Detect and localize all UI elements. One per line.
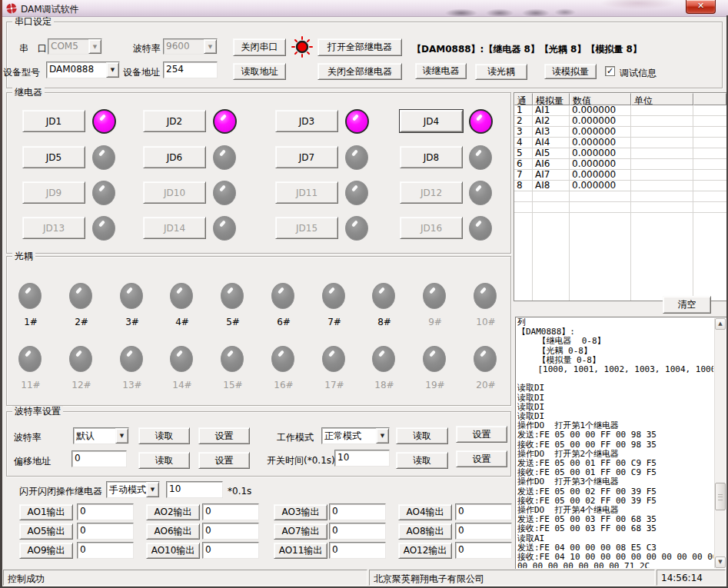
baud-setting-select[interactable]: 默认 ▼: [73, 427, 129, 444]
ao-button-ao7[interactable]: AO7输出: [274, 523, 327, 540]
table-row[interactable]: 7AI70.000000: [514, 170, 726, 181]
relay-button-jd3[interactable]: JD3: [275, 110, 338, 132]
baud-set-button[interactable]: 设置: [198, 427, 250, 444]
relay-button-jd5[interactable]: JD5: [22, 146, 85, 168]
offset-set-button[interactable]: 设置: [198, 452, 250, 469]
title-bar[interactable]: DAM调试软件 ✕: [0, 0, 728, 17]
table-cell: [631, 127, 693, 137]
opto-label-2: 2#: [71, 317, 91, 327]
table-row[interactable]: 4AI40.000000: [514, 138, 726, 148]
open-all-relays-button[interactable]: 打开全部继电器: [317, 38, 402, 56]
offset-addr-input[interactable]: 0: [71, 450, 127, 467]
relay-button-jd13: JD13: [22, 217, 85, 239]
relay-led-jd2: [213, 109, 237, 134]
relay-button-jd4[interactable]: JD4: [400, 110, 463, 132]
opto-label-13: 13#: [122, 380, 142, 390]
debug-info-checkbox[interactable]: ✓: [605, 66, 615, 76]
ao-button-ao1[interactable]: AO1输出: [19, 504, 73, 520]
ao-button-ao10[interactable]: AO10输出: [146, 543, 200, 559]
table-gridline: [630, 105, 631, 301]
table-row[interactable]: 1AI10.000000: [514, 105, 726, 116]
switchtime-set-button[interactable]: 设置: [456, 450, 507, 467]
ao-input-ao4[interactable]: 0: [455, 503, 512, 520]
table-row[interactable]: 5AI50.000000: [514, 148, 726, 159]
ao-button-ao5[interactable]: AO5输出: [19, 523, 73, 540]
offset-read-button[interactable]: 读取: [138, 452, 190, 469]
ao-button-ao11[interactable]: AO11输出: [274, 543, 327, 559]
relay-button-jd2[interactable]: JD2: [143, 110, 206, 132]
table-cell: AI2: [533, 116, 570, 126]
table-row[interactable]: 8AI80.000000: [514, 181, 726, 191]
ao-button-ao6[interactable]: AO6输出: [146, 523, 200, 540]
opto-label-20: 20#: [476, 380, 496, 390]
opto-led-18: [372, 346, 395, 372]
ao-button-ao12[interactable]: AO12输出: [398, 543, 452, 559]
ao-button-ao2[interactable]: AO2输出: [146, 504, 200, 520]
model-select[interactable]: DAM0888 ▼: [46, 61, 120, 78]
ao-input-ao10[interactable]: 0: [202, 542, 259, 559]
switchtime-label: 开关时间(*0.1s): [267, 454, 335, 467]
read-analog-button[interactable]: 读模拟量: [544, 64, 597, 79]
ao-button-ao3[interactable]: AO3输出: [274, 504, 327, 520]
dropdown-arrow-icon: ▼: [204, 39, 217, 54]
read-addr-button[interactable]: 读取地址: [233, 63, 286, 80]
close-serial-button[interactable]: 关闭串口: [233, 38, 286, 56]
company-name: 北京聚英翱翔电子有限公司: [369, 570, 655, 586]
opto-led-19: [423, 346, 446, 372]
workmode-read-button[interactable]: 读取: [396, 427, 448, 444]
table-cell: 0.000000: [570, 116, 631, 126]
ao-input-ao2[interactable]: 0: [202, 503, 259, 520]
ao-input-ao7[interactable]: 0: [329, 523, 386, 540]
dropdown-arrow-icon: ▼: [376, 428, 389, 443]
ao-button-ao4[interactable]: AO4输出: [398, 504, 452, 520]
relay-button-jd14: JD14: [143, 217, 206, 239]
ao-input-ao1[interactable]: 0: [77, 503, 134, 520]
debug-info-label: 调试信息: [620, 67, 657, 80]
flash-relay-label: 闪开闪闭操作继电器: [19, 485, 102, 498]
opto-led-17: [322, 346, 345, 372]
table-row[interactable]: 6AI60.000000: [514, 159, 726, 170]
relay-button-jd6[interactable]: JD6: [143, 146, 206, 168]
device-addr-input[interactable]: 254: [163, 61, 218, 78]
ao-button-ao9[interactable]: AO9输出: [19, 543, 73, 559]
baud-read-button[interactable]: 读取: [138, 427, 190, 444]
ao-input-ao8[interactable]: 0: [455, 523, 512, 540]
close-all-relays-button[interactable]: 关闭全部继电器: [317, 63, 402, 80]
flash-time-input[interactable]: 10: [166, 481, 223, 498]
clear-log-button[interactable]: 清空: [663, 296, 711, 314]
scroll-down-icon[interactable]: ▼: [715, 556, 726, 568]
switchtime-read-button[interactable]: 读取: [396, 452, 448, 469]
table-cell: AI6: [533, 159, 570, 169]
ao-input-ao3[interactable]: 0: [329, 503, 386, 520]
table-cell: AI3: [533, 127, 570, 137]
workmode-select[interactable]: 正常模式 ▼: [321, 427, 390, 444]
close-button[interactable]: ✕: [686, 0, 716, 14]
read-opto-button[interactable]: 读光耦: [475, 64, 527, 80]
status-bar: 控制成功 北京聚英翱翔电子有限公司 14:56:14: [2, 569, 726, 586]
table-cell: AI8: [533, 181, 570, 191]
switchtime-input[interactable]: 10: [334, 450, 390, 467]
table-cell: 0.000000: [570, 148, 631, 158]
dropdown-arrow-icon: ▼: [115, 428, 128, 443]
scroll-up-icon[interactable]: ▲: [715, 318, 726, 330]
table-row[interactable]: 3AI30.000000: [514, 127, 726, 138]
log-text: 列 【DAM0888】: 【继电器 0-8】 【光耦 0-8】 【模拟量 0-8…: [517, 318, 713, 568]
flash-mode-select[interactable]: 手动模式 ▼: [106, 481, 160, 498]
ao-input-ao6[interactable]: 0: [202, 523, 259, 540]
workmode-set-button[interactable]: 设置: [456, 426, 507, 443]
relay-led-jd12: [469, 181, 492, 205]
opto-led-14: [170, 346, 193, 372]
scrollbar-thumb[interactable]: [715, 483, 726, 510]
relay-button-jd7[interactable]: JD7: [275, 146, 338, 168]
read-relay-button[interactable]: 读继电器: [415, 63, 467, 79]
dropdown-arrow-icon: ▼: [146, 482, 159, 497]
ao-input-ao11[interactable]: 0: [329, 542, 386, 559]
relay-button-jd1[interactable]: JD1: [22, 110, 85, 132]
table-cell: [631, 138, 693, 148]
ao-input-ao9[interactable]: 0: [77, 542, 134, 559]
ao-input-ao5[interactable]: 0: [77, 523, 134, 540]
ao-button-ao8[interactable]: AO8输出: [398, 523, 452, 540]
ao-input-ao12[interactable]: 0: [455, 542, 512, 559]
table-row[interactable]: 2AI20.000000: [514, 116, 726, 127]
relay-button-jd8[interactable]: JD8: [400, 146, 463, 168]
